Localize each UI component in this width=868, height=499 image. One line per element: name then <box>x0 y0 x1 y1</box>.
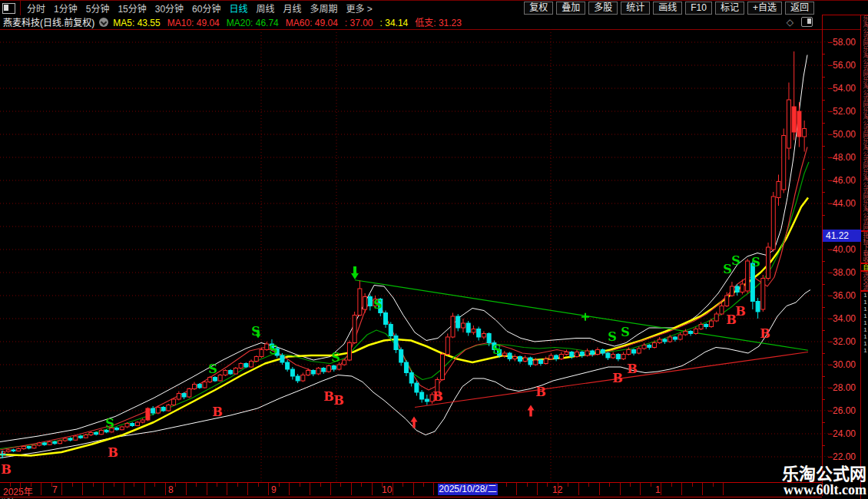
buy-signal-marker: B <box>1 462 12 477</box>
period-tab-6[interactable]: 60分钟 <box>192 4 220 15</box>
buy-signal-marker: B <box>333 393 344 408</box>
price-axis-label: 28.00 <box>833 382 856 393</box>
price-axis-label: 30.00 <box>833 359 856 370</box>
price-axis-label: 24.00 <box>833 428 856 439</box>
buy-signal-marker: B <box>108 445 118 460</box>
buy-signal-marker: B <box>627 362 638 376</box>
sell-signal-marker: S <box>105 416 114 431</box>
window-layout-icon[interactable] <box>2 3 15 14</box>
indicator-value: 低支: 31.23 <box>415 18 462 28</box>
period-tab-8[interactable]: 周线 <box>256 4 274 15</box>
period-tab-11[interactable]: 更多 > <box>346 4 373 15</box>
right-strip-text: 选交流 <box>861 272 868 290</box>
divider <box>20 1 21 15</box>
month-label: 8 <box>168 484 174 495</box>
period-toolbar: 分时1分钟5分钟15分钟30分钟60分钟日线周线月线多周期更多 > 复权叠加多股… <box>0 0 868 15</box>
period-tab-5[interactable]: 30分钟 <box>155 4 184 15</box>
price-axis-label: 34.00 <box>833 313 856 324</box>
price-axis-label: 46.00 <box>833 175 856 186</box>
toolbar-button-4[interactable]: 统计 <box>621 2 650 15</box>
watermark-site-name: 乐淘公式网 <box>782 465 866 483</box>
toolbar-button-7[interactable]: 标记 <box>715 2 744 15</box>
right-strip-text: 指标下载收 <box>861 232 868 263</box>
chevron-down-circle-icon[interactable] <box>99 18 108 27</box>
sell-signal-marker: S <box>751 255 760 269</box>
buy-signal-marker: B <box>535 385 546 399</box>
toolbar-button-3[interactable]: 多股 <box>588 2 618 15</box>
sell-signal-marker: S <box>608 329 617 344</box>
sell-signal-marker: S <box>269 342 278 357</box>
period-tabs: 分时1分钟5分钟15分钟30分钟60分钟日线周线月线多周期更多 > <box>27 2 381 15</box>
period-tab-9[interactable]: 月线 <box>283 4 302 15</box>
sell-signal-marker: S <box>492 342 502 357</box>
price-axis-label: 52.00 <box>833 106 856 117</box>
buy-signal-marker: B <box>760 326 770 341</box>
sell-signal-marker: S <box>208 362 217 376</box>
buy-signal-marker: B <box>432 389 443 404</box>
toolbar-button-2[interactable]: 叠加 <box>556 2 585 15</box>
indicator-value: MA60: 49.04 <box>286 18 338 28</box>
price-axis-label: 58.00 <box>833 37 856 48</box>
price-axis-label: 44.00 <box>833 198 856 209</box>
right-edge-strip: 乐淘公式网乐淘公式网乐淘公式网乐淘公式网乐淘公式网乐淘公式网乐淘公式网指标下载收… <box>860 15 868 499</box>
toolbar-buttons: 复权叠加多股统计画线F10标记+自选返回 <box>521 2 814 15</box>
year-label: 2025年 <box>3 484 33 497</box>
toolbar-button-6[interactable]: F10 <box>685 2 712 15</box>
right-strip-text: 111111111 <box>861 292 868 354</box>
price-axis-label: 54.00 <box>833 83 856 94</box>
sell-signal-marker: S <box>331 350 340 365</box>
price-axis-label: 32.00 <box>833 336 856 347</box>
price-axis-label: 26.00 <box>833 405 856 416</box>
price-axis-label: 56.00 <box>833 60 856 71</box>
month-label: 7 <box>52 484 58 495</box>
period-tab-10[interactable]: 多周期 <box>310 4 338 15</box>
price-axis-label: 50.00 <box>833 129 856 140</box>
watermark-url: www.60lt.com <box>782 483 866 497</box>
watermark: 乐淘公式网 www.60lt.com <box>782 465 866 497</box>
period-tab-2[interactable]: 1分钟 <box>54 4 78 15</box>
panel-layout-icon[interactable] <box>801 17 813 27</box>
price-axis-label: 40.00 <box>833 244 856 255</box>
indicator-value: : 37.00 <box>345 18 373 28</box>
indicator-value: MA20: 46.74 <box>227 18 279 28</box>
toolbar-button-5[interactable]: 画线 <box>653 2 682 15</box>
price-axis-label: 38.00 <box>833 267 856 278</box>
buy-signal-marker: B <box>735 304 746 319</box>
toolbar-button-1[interactable]: 复权 <box>524 2 553 15</box>
indicator-value: MA5: 43.55 <box>113 18 160 28</box>
ma-indicator-values: MA5: 43.55MA10: 49.04MA20: 46.74MA60: 49… <box>113 15 469 28</box>
price-axis-label: 36.00 <box>833 290 856 301</box>
period-tab-1[interactable]: 分时 <box>27 4 45 15</box>
buy-signal-marker: B <box>323 389 334 404</box>
diamond-icon[interactable]: ◇ <box>787 17 793 28</box>
right-strip-text: 自 <box>861 264 868 270</box>
trading-app-window: 分时1分钟5分钟15分钟30分钟60分钟日线周线月线多周期更多 > 复权叠加多股… <box>0 0 868 499</box>
price-badge: 41.22 <box>823 230 861 242</box>
toolbar-button-9[interactable]: 返回 <box>785 2 814 15</box>
sell-signal-marker: S <box>723 262 732 276</box>
date-axis: 2025年 78910121 2025/10/28/二 <box>0 482 822 497</box>
sell-signal-marker: S <box>621 325 630 339</box>
stock-title: 燕麦科技(日线.前复权) <box>3 15 94 28</box>
indicator-value: MA10: 49.04 <box>167 18 220 28</box>
month-label: 1 <box>655 484 661 495</box>
buy-signal-marker: B <box>212 405 223 419</box>
sell-signal-marker: S <box>373 297 383 312</box>
price-axis: ···58.00···56.00···54.00···52.00···50.00… <box>822 15 861 496</box>
toolbar-button-8[interactable]: +自选 <box>747 2 782 15</box>
buy-signal-marker: B <box>612 371 623 385</box>
period-tab-3[interactable]: 5分钟 <box>86 4 110 15</box>
price-axis-label: 48.00 <box>833 152 856 163</box>
month-label: 9 <box>271 484 277 495</box>
indicator-info-bar: 燕麦科技(日线.前复权) MA5: 43.55MA10: 49.04MA20: … <box>0 15 868 30</box>
price-axis-label: 22.00 <box>833 451 856 462</box>
indicator-value: : 34.14 <box>380 18 409 28</box>
period-tab-4[interactable]: 15分钟 <box>118 4 146 15</box>
sell-signal-marker: S <box>731 253 740 268</box>
month-label: 10 <box>382 484 392 495</box>
right-strip-text: 乐淘公式网乐淘公式网乐淘公式网乐淘公式网乐淘公式网乐淘公式网乐淘公式网 <box>861 15 868 230</box>
period-tab-7[interactable]: 日线 <box>229 4 247 15</box>
selected-date-badge: 2025/10/28/二 <box>438 484 498 495</box>
candlestick-chart-canvas[interactable]: BSBSBSSSBBSBSBSSBBSSSBBB <box>0 29 822 482</box>
